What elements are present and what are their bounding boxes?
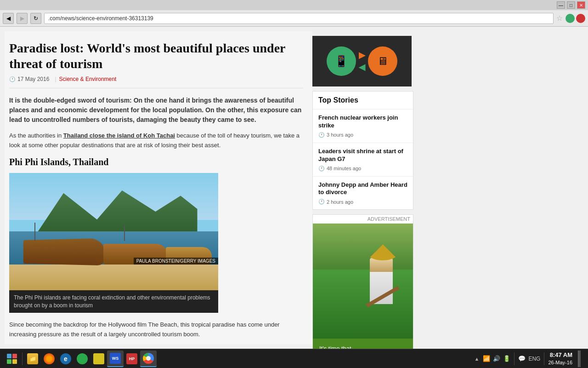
browser-toolbar: ◀ ▶ ↻ .com/news/science-environment-3631…: [0, 10, 588, 27]
taskbar-webstorm[interactable]: WS: [107, 351, 124, 367]
ad-image-area: It's time that smallholder farmers had a…: [313, 224, 413, 349]
taskbar-firefox[interactable]: [41, 351, 57, 367]
battery-icon: 🔋: [503, 355, 510, 362]
back-button[interactable]: ◀: [3, 13, 14, 24]
advertisement-box: ADVERTISEMENT: [312, 214, 413, 349]
story-item-0[interactable]: French nuclear workers join strike 🕐 3 h…: [313, 109, 413, 143]
taskbar-chrome[interactable]: [140, 351, 157, 367]
story-time-0: 🕐 3 hours ago: [318, 132, 407, 138]
chrome-icon: [143, 353, 154, 364]
device-icon-orange: 🖥: [368, 46, 397, 76]
taskbar-file-explorer[interactable]: 📁: [24, 351, 41, 367]
address-bar[interactable]: .com/news/science-environment-36313139: [44, 13, 554, 24]
story-clock-icon-1: 🕐: [318, 166, 325, 172]
ad-text-1: It's time that: [319, 345, 407, 349]
bookmark-icon[interactable]: ☆: [556, 14, 563, 23]
field-bg: [313, 270, 413, 339]
clock-icon: 🕐: [9, 76, 16, 82]
clock-time: 8:47 AM: [548, 351, 572, 359]
reload-button[interactable]: ↻: [30, 13, 41, 24]
browser-titlebar: — □ ✕: [0, 0, 588, 10]
ad-text-area: It's time that smallholder farmers had a…: [313, 339, 413, 349]
show-desktop-button[interactable]: [578, 351, 581, 367]
close-button[interactable]: ✕: [577, 1, 585, 9]
story-title-1[interactable]: Leaders visit shrine at start of Japan G…: [318, 148, 407, 163]
arrow-left-icon: ◀: [359, 62, 365, 72]
yellow-app-icon: [93, 353, 104, 364]
taskbar-ie[interactable]: e: [57, 351, 74, 367]
ws-icon: WS: [110, 353, 121, 364]
top-stories-box: Top Stories French nuclear workers join …: [312, 91, 413, 210]
article-meta: 🕐 17 May 2016 | Science & Environment: [9, 76, 303, 88]
system-tray: ▲ 📶 🔊 🔋 💬 ENG 8:47 AM 26-May-16: [475, 351, 584, 367]
clock-date: 26-May-16: [548, 359, 572, 366]
right-sidebar: 📱 ▶ ◀ 🖥 Top Stories French nuclea: [312, 31, 418, 344]
article-image-container: PAULA BRONSTEIN/GERRY IMAGES The Phi Phi…: [9, 173, 303, 313]
story-item-1[interactable]: Leaders visit shrine at start of Japan G…: [313, 143, 413, 177]
taskbar: 📁 e WS HP ▲ 📶 🔊 🔋 💬 ENG: [0, 349, 588, 368]
taskbar-divider-1: [22, 352, 23, 365]
hp-icon: HP: [126, 353, 137, 364]
maximize-button[interactable]: □: [567, 1, 575, 9]
meta-separator: |: [55, 76, 56, 82]
tray-right: 💬 ENG: [518, 355, 540, 362]
start-button[interactable]: [4, 351, 20, 367]
browser-frame: — □ ✕ ◀ ▶ ↻ .com/news/science-environmen…: [0, 0, 588, 368]
system-clock[interactable]: 8:47 AM 26-May-16: [548, 351, 572, 367]
file-explorer-icon: 📁: [27, 353, 38, 364]
tray-icons: 📶 🔊 🔋: [483, 355, 510, 362]
story-clock-icon-2: 🕐: [318, 199, 325, 205]
boat-mast-2: [124, 225, 125, 241]
taskbar-app-yellow[interactable]: [90, 351, 107, 367]
article-para-1: As the authorities in Thailand close the…: [9, 131, 303, 150]
network-icon: 📶: [483, 355, 490, 362]
arrow-right-icon: ▶: [359, 50, 365, 60]
ad-farm-image: [313, 224, 413, 339]
article-category[interactable]: Science & Environment: [59, 76, 117, 82]
boat-1: [23, 238, 105, 265]
extension-icon-1[interactable]: [565, 14, 575, 23]
chat-icon: 💬: [518, 355, 526, 362]
article-image: PAULA BRONSTEIN/GERRY IMAGES: [9, 173, 218, 290]
tray-divider: [514, 352, 514, 365]
story-clock-icon-0: 🕐: [318, 132, 325, 138]
arrows-container: ▶ ◀: [359, 50, 365, 72]
content-wrapper: Paradise lost: World's most beautiful pl…: [0, 27, 588, 349]
firefox-icon: [44, 353, 55, 364]
minimize-button[interactable]: —: [557, 1, 565, 9]
page-wrapper: Paradise lost: World's most beautiful pl…: [0, 27, 588, 349]
article-para-2: Since becoming the backdrop for the Holl…: [9, 320, 303, 339]
para1-bold-link[interactable]: Thailand close the island of Koh Tachai: [63, 132, 175, 139]
device-icon-green: 📱: [327, 46, 356, 76]
story-title-2[interactable]: Johnny Depp and Amber Heard to divorce: [318, 181, 407, 197]
image-caption: The Phi Phi islands are facing coral ext…: [9, 290, 218, 313]
window-controls: — □ ✕: [557, 1, 585, 9]
ie-icon: e: [60, 353, 71, 364]
story-time-2: 🕐 2 hours ago: [318, 199, 407, 205]
tray-divider-2: [544, 352, 544, 365]
image-credit: PAULA BRONSTEIN/GERRY IMAGES: [134, 258, 218, 264]
chrome-center: [146, 356, 151, 361]
article-section: Paradise lost: World's most beautiful pl…: [5, 31, 312, 344]
taskbar-app-green[interactable]: [74, 351, 90, 367]
story-time-1: 🕐 48 minutes ago: [318, 166, 407, 172]
story-title-0[interactable]: French nuclear workers join strike: [318, 114, 407, 130]
windows-logo-icon: [7, 354, 17, 364]
conical-hat: [367, 244, 399, 260]
show-hidden-icons[interactable]: ▲: [475, 356, 480, 362]
top-ad-banner: 📱 ▶ ◀ 🖥: [312, 36, 412, 86]
article-title: Paradise lost: World's most beautiful pl…: [9, 40, 303, 71]
section-heading: Phi Phi Islands, Thailand: [9, 157, 303, 167]
green-app-icon: [77, 353, 88, 364]
boat-mast-1: [34, 223, 35, 241]
para1-prefix: As the authorities in: [9, 132, 63, 139]
url-text: .com/news/science-environment-36313139: [48, 15, 153, 22]
top-stories-header: Top Stories: [313, 92, 413, 109]
story-item-2[interactable]: Johnny Depp and Amber Heard to divorce 🕐…: [313, 177, 413, 210]
forward-button[interactable]: ▶: [17, 13, 28, 24]
article-intro: It is the double-edged sword of tourism:…: [9, 96, 303, 125]
extension-icon-2[interactable]: [576, 14, 585, 23]
taskbar-hp[interactable]: HP: [124, 351, 140, 367]
ad-content: 📱 ▶ ◀ 🖥: [327, 46, 397, 76]
volume-icon: 🔊: [493, 355, 500, 362]
